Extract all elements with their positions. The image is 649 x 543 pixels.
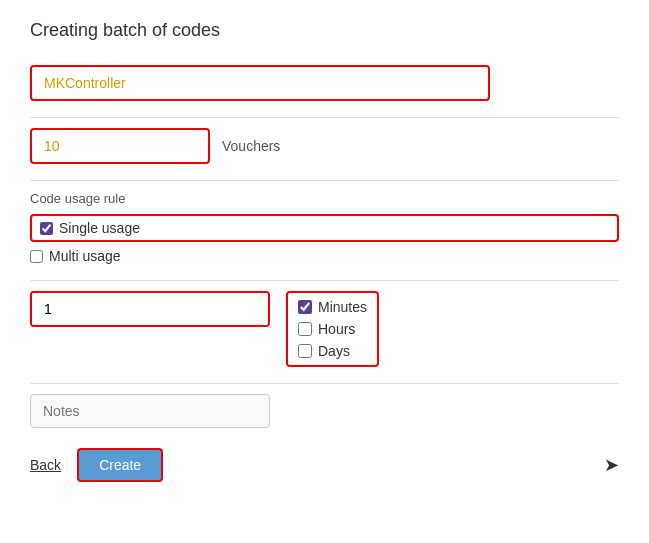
back-button[interactable]: Back: [30, 457, 61, 473]
voucher-count-input[interactable]: [30, 128, 210, 164]
hours-label: Hours: [318, 321, 355, 337]
days-label: Days: [318, 343, 350, 359]
days-checkbox[interactable]: [298, 344, 312, 358]
multi-usage-checkbox[interactable]: [30, 250, 43, 263]
multi-usage-label: Multi usage: [49, 248, 121, 264]
page-title: Creating batch of codes: [30, 20, 619, 41]
single-usage-label: Single usage: [59, 220, 140, 236]
name-input[interactable]: [30, 65, 490, 101]
code-usage-label: Code usage rule: [30, 191, 619, 206]
hours-checkbox[interactable]: [298, 322, 312, 336]
duration-input[interactable]: [32, 293, 268, 325]
cursor-indicator: ➤: [604, 454, 619, 476]
vouchers-label: Vouchers: [222, 138, 280, 154]
create-button[interactable]: Create: [77, 448, 163, 482]
minutes-checkbox[interactable]: [298, 300, 312, 314]
minutes-label: Minutes: [318, 299, 367, 315]
notes-input[interactable]: [30, 394, 270, 428]
single-usage-checkbox[interactable]: [40, 222, 53, 235]
